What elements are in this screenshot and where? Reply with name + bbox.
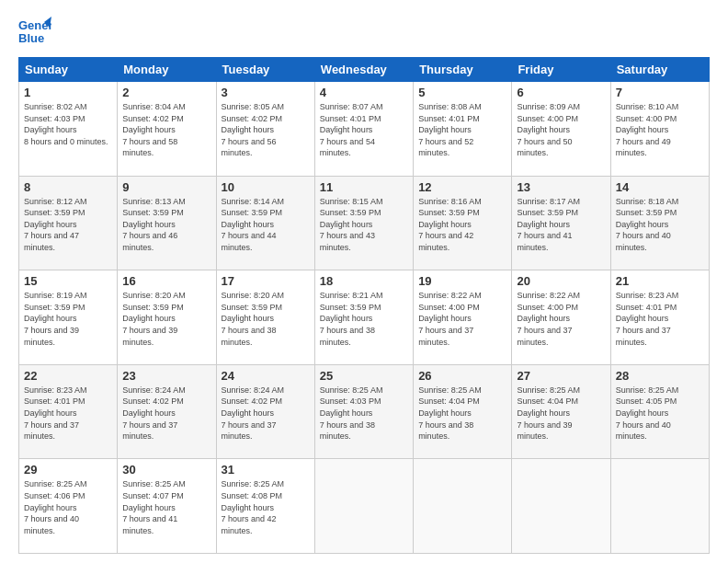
weekday-header-monday: Monday: [118, 58, 216, 82]
day-number: 2: [122, 86, 210, 99]
day-info: Sunrise: 8:25 AM Sunset: 4:04 PM Dayligh…: [517, 385, 605, 442]
day-number: 10: [222, 180, 310, 194]
calendar-cell: 18 Sunrise: 8:21 AM Sunset: 3:59 PM Dayl…: [314, 270, 413, 365]
day-number: 31: [222, 463, 310, 477]
calendar-cell: [610, 459, 709, 554]
day-info: Sunrise: 8:05 AM Sunset: 4:02 PM Dayligh…: [222, 101, 310, 159]
day-info: Sunrise: 8:21 AM Sunset: 3:59 PM Dayligh…: [320, 290, 408, 348]
calendar-cell: 22 Sunrise: 8:23 AM Sunset: 4:01 PM Dayl…: [19, 364, 118, 459]
logo: General Blue: [18, 15, 55, 48]
calendar-cell: [414, 459, 512, 554]
calendar-cell: 25 Sunrise: 8:25 AM Sunset: 4:03 PM Dayl…: [314, 364, 413, 459]
calendar-cell: 31 Sunrise: 8:25 AM Sunset: 4:08 PM Dayl…: [216, 459, 314, 554]
calendar-cell: 21 Sunrise: 8:23 AM Sunset: 4:01 PM Dayl…: [610, 270, 709, 365]
day-number: 3: [222, 86, 310, 99]
day-number: 26: [418, 369, 506, 383]
day-number: 8: [24, 180, 112, 194]
calendar-cell: 26 Sunrise: 8:25 AM Sunset: 4:04 PM Dayl…: [414, 364, 512, 459]
calendar-cell: [314, 459, 413, 554]
day-number: 20: [517, 274, 605, 288]
day-info: Sunrise: 8:25 AM Sunset: 4:05 PM Dayligh…: [616, 385, 704, 442]
day-info: Sunrise: 8:23 AM Sunset: 4:01 PM Dayligh…: [24, 385, 112, 442]
day-info: Sunrise: 8:25 AM Sunset: 4:08 PM Dayligh…: [222, 478, 310, 536]
calendar-cell: 5 Sunrise: 8:08 AM Sunset: 4:01 PM Dayli…: [414, 82, 512, 177]
day-info: Sunrise: 8:22 AM Sunset: 4:00 PM Dayligh…: [517, 290, 605, 348]
calendar-cell: [512, 459, 610, 554]
day-info: Sunrise: 8:18 AM Sunset: 3:59 PM Dayligh…: [616, 196, 704, 254]
day-number: 6: [517, 86, 605, 99]
day-info: Sunrise: 8:10 AM Sunset: 4:00 PM Dayligh…: [616, 101, 704, 159]
day-info: Sunrise: 8:17 AM Sunset: 3:59 PM Dayligh…: [517, 196, 605, 254]
calendar-cell: 10 Sunrise: 8:14 AM Sunset: 3:59 PM Dayl…: [216, 176, 314, 270]
calendar-cell: 12 Sunrise: 8:16 AM Sunset: 3:59 PM Dayl…: [414, 176, 512, 270]
day-info: Sunrise: 8:09 AM Sunset: 4:00 PM Dayligh…: [517, 101, 605, 159]
weekday-header-thursday: Thursday: [414, 58, 512, 82]
calendar-cell: 14 Sunrise: 8:18 AM Sunset: 3:59 PM Dayl…: [610, 176, 709, 270]
calendar-cell: 15 Sunrise: 8:19 AM Sunset: 3:59 PM Dayl…: [19, 270, 118, 365]
calendar-cell: 30 Sunrise: 8:25 AM Sunset: 4:07 PM Dayl…: [118, 459, 216, 554]
day-number: 23: [122, 369, 210, 383]
calendar-cell: 6 Sunrise: 8:09 AM Sunset: 4:00 PM Dayli…: [512, 82, 610, 177]
calendar-cell: 8 Sunrise: 8:12 AM Sunset: 3:59 PM Dayli…: [19, 176, 118, 270]
day-number: 30: [122, 463, 210, 477]
calendar-cell: 24 Sunrise: 8:24 AM Sunset: 4:02 PM Dayl…: [216, 364, 314, 459]
day-number: 7: [616, 86, 704, 99]
day-info: Sunrise: 8:19 AM Sunset: 3:59 PM Dayligh…: [24, 290, 112, 348]
day-info: Sunrise: 8:24 AM Sunset: 4:02 PM Dayligh…: [122, 385, 210, 442]
weekday-header-saturday: Saturday: [610, 58, 709, 82]
calendar-cell: 7 Sunrise: 8:10 AM Sunset: 4:00 PM Dayli…: [610, 82, 709, 177]
calendar-cell: 17 Sunrise: 8:20 AM Sunset: 3:59 PM Dayl…: [216, 270, 314, 365]
day-info: Sunrise: 8:02 AM Sunset: 4:03 PM Dayligh…: [24, 101, 112, 147]
calendar-cell: 28 Sunrise: 8:25 AM Sunset: 4:05 PM Dayl…: [610, 364, 709, 459]
day-number: 29: [24, 463, 112, 477]
day-number: 5: [418, 86, 506, 99]
day-number: 15: [24, 274, 112, 288]
day-info: Sunrise: 8:24 AM Sunset: 4:02 PM Dayligh…: [222, 385, 310, 442]
day-number: 1: [24, 86, 112, 99]
day-number: 18: [320, 274, 408, 288]
day-number: 13: [517, 180, 605, 194]
calendar-cell: 11 Sunrise: 8:15 AM Sunset: 3:59 PM Dayl…: [314, 176, 413, 270]
day-info: Sunrise: 8:13 AM Sunset: 3:59 PM Dayligh…: [122, 196, 210, 254]
day-number: 21: [616, 274, 704, 288]
calendar-cell: 27 Sunrise: 8:25 AM Sunset: 4:04 PM Dayl…: [512, 364, 610, 459]
calendar-cell: 1 Sunrise: 8:02 AM Sunset: 4:03 PM Dayli…: [19, 82, 118, 177]
calendar-table: SundayMondayTuesdayWednesdayThursdayFrid…: [18, 57, 710, 554]
day-info: Sunrise: 8:14 AM Sunset: 3:59 PM Dayligh…: [222, 196, 310, 254]
day-info: Sunrise: 8:15 AM Sunset: 3:59 PM Dayligh…: [320, 196, 408, 254]
header: General Blue: [18, 15, 710, 48]
day-number: 25: [320, 369, 408, 383]
day-number: 24: [222, 369, 310, 383]
calendar-cell: 3 Sunrise: 8:05 AM Sunset: 4:02 PM Dayli…: [216, 82, 314, 177]
page: General Blue SundayMondayTuesdayWednesda…: [0, 0, 728, 563]
logo-icon: General Blue: [18, 15, 51, 48]
day-number: 22: [24, 369, 112, 383]
day-info: Sunrise: 8:20 AM Sunset: 3:59 PM Dayligh…: [222, 290, 310, 348]
day-number: 28: [616, 369, 704, 383]
calendar-cell: 13 Sunrise: 8:17 AM Sunset: 3:59 PM Dayl…: [512, 176, 610, 270]
weekday-header-friday: Friday: [512, 58, 610, 82]
day-info: Sunrise: 8:04 AM Sunset: 4:02 PM Dayligh…: [122, 101, 210, 159]
calendar-cell: 19 Sunrise: 8:22 AM Sunset: 4:00 PM Dayl…: [414, 270, 512, 365]
day-info: Sunrise: 8:25 AM Sunset: 4:06 PM Dayligh…: [24, 478, 112, 536]
day-info: Sunrise: 8:22 AM Sunset: 4:00 PM Dayligh…: [418, 290, 506, 348]
day-info: Sunrise: 8:25 AM Sunset: 4:03 PM Dayligh…: [320, 385, 408, 442]
calendar-cell: 2 Sunrise: 8:04 AM Sunset: 4:02 PM Dayli…: [118, 82, 216, 177]
day-number: 4: [320, 86, 408, 99]
day-number: 27: [517, 369, 605, 383]
weekday-header-tuesday: Tuesday: [216, 58, 314, 82]
day-number: 19: [418, 274, 506, 288]
calendar-cell: 20 Sunrise: 8:22 AM Sunset: 4:00 PM Dayl…: [512, 270, 610, 365]
day-info: Sunrise: 8:23 AM Sunset: 4:01 PM Dayligh…: [616, 290, 704, 348]
svg-text:Blue: Blue: [18, 31, 44, 45]
calendar-cell: 9 Sunrise: 8:13 AM Sunset: 3:59 PM Dayli…: [118, 176, 216, 270]
weekday-header-wednesday: Wednesday: [314, 58, 413, 82]
day-info: Sunrise: 8:07 AM Sunset: 4:01 PM Dayligh…: [320, 101, 408, 159]
day-info: Sunrise: 8:12 AM Sunset: 3:59 PM Dayligh…: [24, 196, 112, 254]
calendar-cell: 23 Sunrise: 8:24 AM Sunset: 4:02 PM Dayl…: [118, 364, 216, 459]
day-number: 11: [320, 180, 408, 194]
day-number: 14: [616, 180, 704, 194]
day-info: Sunrise: 8:25 AM Sunset: 4:04 PM Dayligh…: [418, 385, 506, 442]
day-number: 9: [122, 180, 210, 194]
day-info: Sunrise: 8:20 AM Sunset: 3:59 PM Dayligh…: [122, 290, 210, 348]
